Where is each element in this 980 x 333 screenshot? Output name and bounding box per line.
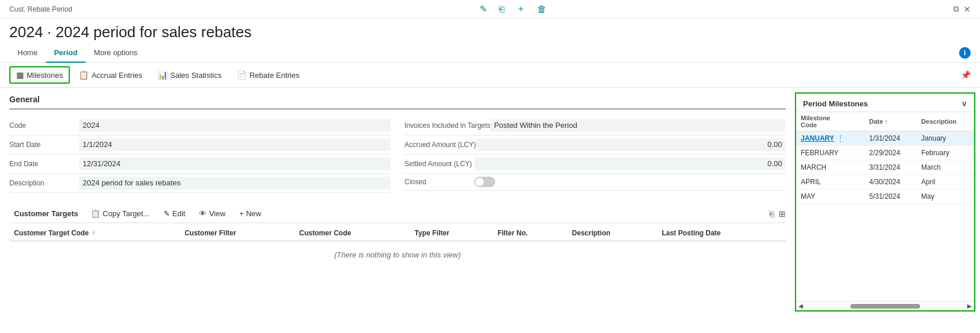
section-title: General: [9, 88, 786, 109]
toolbar-icons: ✎ ⎗ ＋ 🗑: [480, 3, 546, 15]
field-description-label: Description: [9, 179, 79, 187]
main-layout: General Code 2024 Start Date 1/1/2024 En…: [0, 88, 980, 316]
customer-targets-bar: Customer Targets 📋 Copy Target... ✎ Edit…: [9, 202, 786, 223]
window-controls: ⧉ ✕: [953, 4, 971, 14]
col-date[interactable]: Date ↑: [864, 112, 917, 131]
fields-grid: Code 2024 Start Date 1/1/2024 End Date 1…: [9, 116, 786, 193]
milestone-row: APRIL4/30/2024April: [796, 175, 974, 189]
sales-statistics-label: Sales Statistics: [171, 71, 222, 80]
main-content: General Code 2024 Start Date 1/1/2024 En…: [0, 88, 795, 316]
field-description-value: 2024 period for sales rebates: [79, 177, 390, 189]
milestone-description-cell: May: [917, 189, 974, 204]
sidebar-horizontal-scrollbar[interactable]: ◀ ▶: [796, 301, 974, 310]
col-description[interactable]: Description: [567, 225, 657, 241]
sales-statistics-button[interactable]: 📊 Sales Statistics: [151, 67, 228, 83]
milestone-date-cell: 2/29/2024: [864, 146, 917, 160]
accrual-entries-label: Accrual Entries: [91, 71, 142, 80]
field-settled-amount-label: Settled Amount (LCY): [404, 160, 474, 168]
row-menu-button[interactable]: ⋮: [835, 134, 844, 142]
field-accrued-amount-value: 0.00: [476, 138, 786, 151]
delete-icon[interactable]: 🗑: [537, 4, 546, 15]
fields-right: Invoices Included in Targets Posted With…: [404, 116, 786, 193]
field-settled-amount-value: 0.00: [474, 157, 786, 170]
col-ms-description: Description: [917, 112, 974, 131]
field-invoices-included-label: Invoices Included in Targets: [404, 121, 491, 130]
copy-target-icon: 📋: [91, 209, 100, 218]
new-button[interactable]: + New: [233, 207, 267, 220]
add-icon[interactable]: ＋: [516, 3, 525, 15]
nav-info-area: i: [959, 47, 971, 59]
col-customer-filter[interactable]: Customer Filter: [180, 225, 294, 241]
milestone-code-cell: JANUARY ⋮: [796, 131, 864, 146]
col-customer-target-code[interactable]: Customer Target Code ↑: [9, 225, 180, 241]
customer-targets-label: Customer Targets: [9, 207, 83, 220]
edit-label: Edit: [172, 209, 185, 218]
targets-icon-right: ⎗ ⊞: [769, 209, 786, 219]
milestones-header-row: MilestoneCode Date ↑ Description: [796, 112, 974, 131]
expand-icon[interactable]: ⧉: [953, 4, 959, 14]
view-button[interactable]: 👁 View: [193, 207, 231, 220]
rebate-entries-label: Rebate Entries: [250, 71, 300, 80]
field-start-date-label: Start Date: [9, 141, 79, 149]
share-icon[interactable]: ⎗: [499, 4, 505, 15]
field-code-value: 2024: [79, 119, 390, 132]
new-icon: +: [239, 209, 244, 218]
rebate-entries-icon: 📄: [237, 70, 247, 80]
milestone-row: MAY5/31/2024May: [796, 189, 974, 204]
milestone-code-link[interactable]: JANUARY: [801, 134, 835, 142]
edit-button[interactable]: ✎ Edit: [158, 207, 191, 220]
milestone-code-cell: FEBRUARY: [796, 146, 864, 160]
sales-statistics-icon: 📊: [158, 70, 168, 80]
milestone-row: MARCH3/31/2024March: [796, 160, 974, 175]
milestone-code-cell: MARCH: [796, 160, 864, 175]
milestone-date-cell: 3/31/2024: [864, 160, 917, 175]
nav-tabs: Home Period More options i: [0, 44, 980, 63]
tab-more-options[interactable]: More options: [86, 44, 145, 63]
scroll-left-arrow[interactable]: ◀: [797, 303, 804, 309]
share-target-icon[interactable]: ⎗: [769, 209, 774, 219]
milestone-code-cell: APRIL: [796, 175, 864, 189]
col-type-filter[interactable]: Type Filter: [410, 225, 493, 241]
field-accrued-amount: Accrued Amount (LCY) 0.00: [404, 135, 786, 155]
copy-target-button[interactable]: 📋 Copy Target...: [85, 207, 155, 220]
field-code: Code 2024: [9, 116, 390, 135]
closed-toggle[interactable]: [474, 177, 495, 187]
pin-icon[interactable]: 📌: [961, 70, 971, 80]
sidebar-scroll[interactable]: MilestoneCode Date ↑ Description JANUARY…: [796, 112, 974, 301]
period-milestones-sidebar: Period Milestones ∨ MilestoneCode Date ↑…: [795, 92, 975, 311]
col-customer-code[interactable]: Customer Code: [294, 225, 410, 241]
tab-home[interactable]: Home: [9, 44, 46, 63]
milestones-button[interactable]: ▦ Milestones: [9, 66, 70, 84]
tab-period[interactable]: Period: [46, 44, 86, 63]
rebate-entries-button[interactable]: 📄 Rebate Entries: [230, 67, 306, 83]
sidebar-chevron-icon[interactable]: ∨: [961, 99, 967, 108]
sidebar-header: Period Milestones ∨: [796, 94, 974, 112]
scroll-right-arrow[interactable]: ▶: [966, 303, 973, 309]
field-settled-amount: Settled Amount (LCY) 0.00: [404, 155, 786, 174]
accrual-entries-button[interactable]: 📋 Accrual Entries: [72, 67, 148, 83]
milestone-description-cell: February: [917, 146, 974, 160]
milestone-code-cell: MAY: [796, 189, 864, 204]
collapse-icon[interactable]: ✕: [964, 5, 971, 14]
milestone-row: FEBRUARY2/29/2024February: [796, 146, 974, 160]
hscroll-bar[interactable]: [850, 304, 920, 309]
sub-nav: ▦ Milestones 📋 Accrual Entries 📊 Sales S…: [0, 63, 980, 88]
milestones-label: Milestones: [27, 71, 63, 80]
field-code-label: Code: [9, 121, 79, 130]
customer-targets-table: Customer Target Code ↑ Customer Filter C…: [9, 225, 786, 268]
sort-arrow-code: ↑: [92, 229, 95, 237]
expand-target-icon[interactable]: ⊞: [779, 209, 786, 219]
breadcrumb: Cust. Rebate Period: [9, 5, 72, 13]
milestone-date-cell: 5/31/2024: [864, 189, 917, 204]
view-icon: 👁: [199, 209, 207, 218]
col-filter-no[interactable]: Filter No.: [493, 225, 567, 241]
field-invoices-included-value: Posted Within the Period: [491, 119, 786, 132]
field-end-date-label: End Date: [9, 160, 79, 168]
edit-icon[interactable]: ✎: [480, 3, 487, 15]
field-accrued-amount-label: Accrued Amount (LCY): [404, 141, 476, 149]
edit-pencil-icon: ✎: [164, 209, 170, 218]
field-end-date: End Date 12/31/2024: [9, 155, 390, 174]
info-icon[interactable]: i: [959, 47, 971, 59]
col-last-posting-date[interactable]: Last Posting Date: [657, 225, 786, 241]
milestone-date-cell: 1/31/2024: [864, 131, 917, 146]
